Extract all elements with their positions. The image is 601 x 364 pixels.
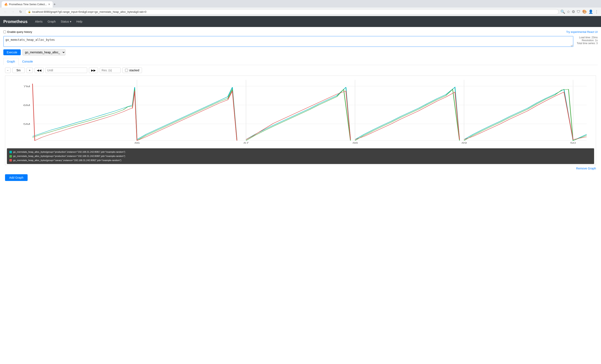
legend-text-2: go_memstats_heap_alloc_bytes{group="prod… (13, 154, 125, 158)
main-content: Enable query history Try experimental Re… (0, 27, 601, 187)
address-bar: ← → ↻ 🔒 localhost:9090/graph?g0.range_in… (0, 8, 601, 16)
tab-title: Prometheus Time Series Collect... (9, 3, 47, 6)
next-time-button[interactable]: ▶▶ (89, 68, 98, 73)
range-minus-button[interactable]: - (5, 68, 11, 73)
top-bar: Enable query history Try experimental Re… (3, 30, 598, 33)
legend-text-1: go_memstats_heap_alloc_bytes{group="prod… (13, 150, 125, 154)
active-tab[interactable]: 🔥 Prometheus Time Series Collect... × (2, 1, 53, 8)
tab-console[interactable]: Console (19, 58, 36, 65)
menu-icon[interactable]: ⋮ (595, 10, 599, 14)
svg-text:48: 48 (352, 142, 358, 144)
tab-favicon: 🔥 (4, 3, 8, 6)
forward-button[interactable]: → (10, 9, 16, 15)
back-button[interactable]: ← (2, 9, 8, 15)
legend-item-2: go_memstats_heap_alloc_bytes{group="prod… (10, 154, 591, 158)
remove-graph-link[interactable]: Remove Graph (576, 167, 596, 170)
query-input[interactable]: go_memstats_heap_alloc_bytes (3, 36, 573, 47)
range-input[interactable] (12, 68, 25, 73)
profile-icon[interactable]: 👤 (589, 10, 593, 14)
enable-history-section: Enable query history (3, 30, 32, 33)
stacked-button[interactable]: stacked (122, 68, 142, 73)
browser-toolbar: 🔍 ☆ ⚙ 🛡 🎨 👤 ⋮ (561, 10, 599, 14)
app-navbar: Prometheus Alerts Graph Status ▾ Help (0, 16, 601, 27)
extension2-icon[interactable]: 🛡 (577, 10, 581, 14)
react-ui-link[interactable]: Try experimental React UI (566, 30, 598, 33)
tab-graph[interactable]: Graph (3, 58, 19, 65)
svg-text:6M: 6M (23, 104, 30, 106)
svg-text:7M: 7M (23, 85, 30, 88)
stats-area: Load time: 23ms Resolution: 1s Total tim… (577, 36, 598, 45)
view-tabs: Graph Console (3, 58, 598, 65)
prev-time-button[interactable]: ◀◀ (34, 68, 44, 73)
legend-color-1 (10, 151, 12, 153)
url-text: localhost:9090/graph?g0.range_input=5m&g… (32, 10, 556, 13)
url-bar[interactable]: 🔒 localhost:9090/graph?g0.range_input=5m… (25, 9, 559, 14)
legend-item-3: go_memstats_heap_alloc_bytes{group="cana… (10, 158, 591, 162)
query-input-area: go_memstats_heap_alloc_bytes ⤡ (3, 36, 573, 48)
help-link[interactable]: Help (74, 17, 85, 26)
execute-bar: Execute go_memstats_heap_alloc_ (3, 49, 598, 55)
range-plus-button[interactable]: + (27, 68, 33, 73)
until-input[interactable] (45, 68, 87, 73)
extension-icon[interactable]: ⚙ (572, 10, 575, 14)
enable-history-checkbox[interactable] (3, 30, 6, 33)
legend-text-3: go_memstats_heap_alloc_bytes{group="cana… (13, 158, 121, 162)
metric-select[interactable]: go_memstats_heap_alloc_ (22, 49, 65, 55)
search-icon[interactable]: 🔍 (561, 10, 565, 14)
app-logo: Prometheus (3, 19, 28, 24)
resize-handle: ⤡ (571, 45, 573, 47)
status-label: Status (61, 20, 69, 23)
graph-svg: 7M 6M 5M 46 47 48 49 50 (5, 76, 596, 147)
graph-link[interactable]: Graph (45, 17, 58, 26)
chevron-down-icon: ▾ (70, 20, 71, 23)
remove-graph-section: Remove Graph (3, 165, 598, 172)
stacked-label: stacked (129, 69, 139, 72)
total-series-stat: Total time series: 3 (577, 42, 598, 45)
legend-color-2 (10, 155, 12, 158)
tab-close-button[interactable]: × (48, 2, 50, 6)
enable-history-label: Enable query history (7, 30, 32, 33)
svg-text:50: 50 (570, 142, 576, 144)
browser-chrome: 🔥 Prometheus Time Series Collect... × + … (0, 0, 601, 16)
bookmark-icon[interactable]: ☆ (567, 10, 570, 14)
graph-controls: - + ◀◀ ▶▶ stacked (3, 68, 598, 73)
resolution-input[interactable] (100, 68, 121, 73)
graph-container: 7M 6M 5M 46 47 48 49 50 (5, 76, 596, 165)
svg-text:49: 49 (461, 142, 467, 144)
resolution-stat: Resolution: 1s (577, 39, 598, 42)
alerts-link[interactable]: Alerts (33, 17, 45, 26)
legend-item-1: go_memstats_heap_alloc_bytes{group="prod… (10, 150, 591, 154)
svg-text:5M: 5M (23, 123, 30, 125)
execute-button[interactable]: Execute (3, 49, 21, 55)
graph-legend: go_memstats_heap_alloc_bytes{group="prod… (7, 148, 594, 164)
svg-text:46: 46 (134, 142, 140, 144)
tab-bar: 🔥 Prometheus Time Series Collect... × + (0, 0, 601, 8)
legend-color-3 (10, 159, 12, 162)
lock-icon: 🔒 (28, 10, 31, 13)
stacked-checkbox[interactable] (125, 69, 128, 72)
extension3-icon[interactable]: 🎨 (582, 10, 587, 14)
refresh-button[interactable]: ↻ (18, 9, 23, 15)
svg-text:47: 47 (243, 142, 249, 144)
new-tab-button[interactable]: + (53, 2, 56, 7)
load-time-stat: Load time: 23ms (577, 36, 598, 39)
status-dropdown[interactable]: Status ▾ (58, 17, 74, 26)
add-graph-button[interactable]: Add Graph (5, 174, 28, 181)
